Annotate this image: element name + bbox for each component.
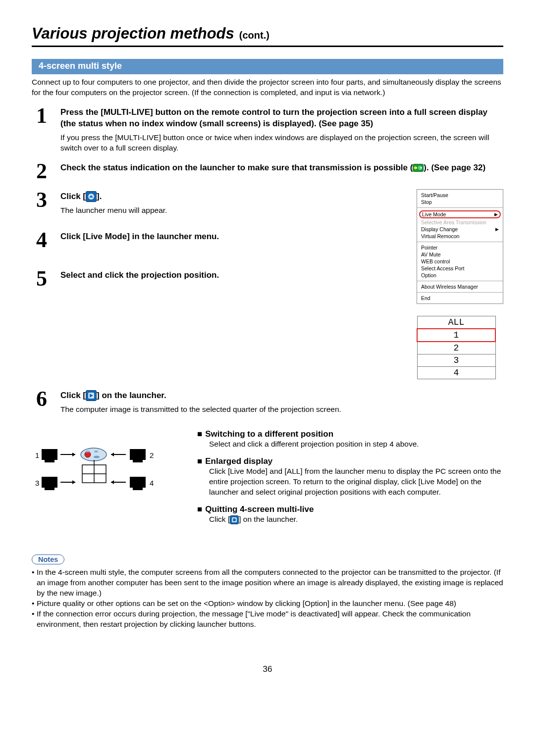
menu-item[interactable]: Pointer	[417, 244, 503, 251]
step-number: 5	[32, 268, 52, 290]
svg-rect-27	[233, 518, 236, 521]
stop-icon	[230, 515, 239, 524]
step-number: 3	[32, 189, 52, 216]
position-3[interactable]: 3	[417, 354, 495, 366]
launcher-menu-icon	[86, 191, 97, 202]
step-head-b: ] on the launcher.	[97, 391, 166, 400]
title-main: Various projection methods	[32, 25, 234, 43]
title-sub: (cont.)	[239, 30, 269, 41]
svg-point-9	[94, 455, 100, 458]
intro-text: Connect up to four computers to one proj…	[32, 77, 503, 98]
step-4: 4 Click [Live Mode] in the launcher menu…	[32, 229, 405, 251]
square-bullet-icon: ■	[197, 504, 202, 514]
diag-label-4: 4	[150, 479, 154, 487]
step-number: 4	[32, 229, 52, 251]
step-head-a: Click [	[60, 192, 86, 201]
side-illustrations: Start/Pause Stop Live Mode ▶ Selective A…	[417, 189, 503, 379]
play-icon	[86, 390, 97, 401]
step-head: Click [Live Mode] in the launcher menu.	[60, 231, 405, 243]
position-4[interactable]: 4	[417, 366, 495, 379]
step-desc: If you press the [MULTI-LIVE] button onc…	[60, 133, 503, 153]
svg-rect-4	[42, 449, 57, 460]
step-head-a: Click [	[60, 391, 86, 400]
step-head: Click [ ].	[60, 191, 405, 202]
note-item: Picture quality or other options can be …	[32, 599, 503, 609]
step-3: 3 Click [ ]. The launcher menu will appe…	[32, 189, 405, 216]
chevron-right-icon: ▶	[495, 227, 499, 232]
subsection-switching: ■Switching to a different position Selec…	[192, 429, 503, 450]
menu-item[interactable]: Select Access Port	[417, 265, 503, 272]
svg-rect-19	[42, 477, 57, 488]
chevron-right-icon: ▶	[494, 212, 498, 217]
step-head: Press the [MULTI-LIVE] button on the rem…	[60, 107, 503, 130]
menu-item[interactable]: Stop	[417, 199, 503, 205]
transmission-ready-icon	[413, 164, 424, 172]
svg-point-11	[94, 451, 98, 453]
menu-item[interactable]: Option	[417, 272, 503, 279]
svg-rect-1	[420, 167, 422, 168]
step-6: 6 Click [ ] on the launcher. The compute…	[32, 388, 503, 415]
square-bullet-icon: ■	[197, 429, 202, 439]
svg-point-10	[86, 451, 90, 453]
section-bar: 4-screen multi style	[32, 59, 503, 74]
page-title: Various projection methods (cont.)	[32, 25, 503, 47]
svg-rect-20	[45, 488, 54, 490]
position-2[interactable]: 2	[417, 342, 495, 354]
step-5: 5 Select and click the projection positi…	[32, 268, 405, 290]
note-item: In the 4-screen multi style, the compute…	[32, 567, 503, 599]
diag-label-2: 2	[150, 451, 154, 459]
svg-rect-13	[130, 449, 146, 460]
svg-rect-25	[133, 488, 143, 490]
position-table: ALL 1 2 3 4	[417, 316, 496, 379]
svg-rect-5	[45, 460, 54, 462]
step-desc: The computer image is transmitted to the…	[60, 404, 503, 415]
note-item: If the connection error occurs during pr…	[32, 609, 503, 630]
notes-label: Notes	[32, 554, 64, 564]
svg-rect-14	[133, 460, 143, 462]
subsection-enlarged: ■Enlarged display Click [Live Mode] and …	[192, 456, 503, 498]
four-screen-diagram: 1 2 3	[32, 443, 180, 504]
step-head-a: Check the status indication on the launc…	[60, 163, 413, 172]
menu-item[interactable]: WEB control	[417, 258, 503, 265]
step-head-b: ). (See page 32)	[424, 163, 485, 172]
menu-item[interactable]: About Wireless Manager	[417, 283, 503, 290]
step-1: 1 Press the [MULTI-LIVE] button on the r…	[32, 105, 503, 153]
menu-item[interactable]: Start/Pause	[417, 192, 503, 199]
position-1[interactable]: 1	[417, 329, 495, 342]
menu-item[interactable]: Virtual Remocon	[417, 233, 503, 240]
step-head: Click [ ] on the launcher.	[60, 390, 503, 402]
svg-rect-24	[130, 477, 146, 488]
menu-item[interactable]: End	[417, 295, 503, 302]
diag-label-3: 3	[35, 479, 39, 487]
step-number: 6	[32, 388, 52, 415]
step-head: Select and click the projection position…	[60, 270, 405, 281]
diag-label-1: 1	[35, 451, 39, 459]
menu-item-live-mode[interactable]: Live Mode ▶	[419, 210, 501, 218]
step-2: 2 Check the status indication on the lau…	[32, 160, 503, 182]
position-all[interactable]: ALL	[417, 316, 495, 329]
page-number: 36	[32, 664, 503, 674]
notes-list: In the 4-screen multi style, the compute…	[32, 567, 503, 630]
step-number: 1	[32, 105, 52, 153]
step-head-b: ].	[97, 192, 102, 201]
menu-item[interactable]: AV Mute	[417, 251, 503, 258]
menu-item: Selective Area Transmission	[417, 219, 503, 226]
diagram-and-subsections: 1 2 3	[32, 422, 503, 525]
step-head: Check the status indication on the launc…	[60, 162, 503, 174]
square-bullet-icon: ■	[197, 456, 202, 466]
step-number: 2	[32, 160, 52, 182]
launcher-menu: Start/Pause Stop Live Mode ▶ Selective A…	[417, 189, 503, 304]
step-desc: The launcher menu will appear.	[60, 205, 405, 216]
menu-item[interactable]: Display Change ▶	[417, 226, 503, 233]
subsection-quit: ■Quitting 4-screen multi-live Click [ ] …	[192, 504, 503, 525]
